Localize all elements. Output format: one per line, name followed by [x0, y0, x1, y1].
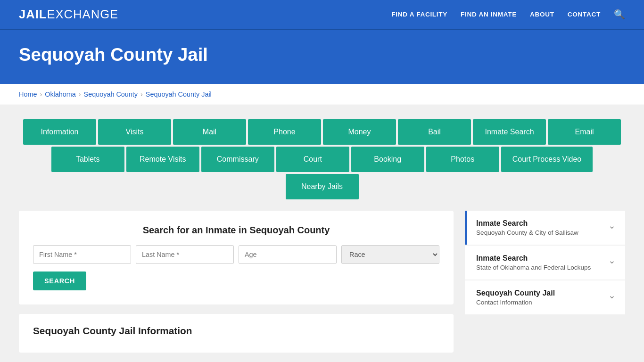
- breadcrumb-sep-1: ›: [40, 90, 42, 98]
- info-section-title: Sequoyah County Jail Information: [33, 325, 439, 337]
- btn-inmate-search[interactable]: Inmate Search: [473, 119, 546, 145]
- sidebar-item-3-title: Sequoyah County Jail: [476, 289, 603, 297]
- sidebar-item-3-subtitle: Contact Information: [476, 299, 603, 306]
- btn-photos[interactable]: Photos: [426, 147, 499, 172]
- header-search-button[interactable]: 🔍: [614, 9, 625, 20]
- nav-about[interactable]: ABOUT: [530, 11, 554, 18]
- logo-jail: JAIL: [19, 8, 47, 21]
- main-content: Information Visits Mail Phone Money Bail…: [0, 105, 644, 362]
- sidebar-item-2-subtitle: State of Oklahoma and Federal Lockups: [476, 264, 603, 271]
- search-button[interactable]: SEARCH: [33, 272, 86, 290]
- btn-court[interactable]: Court: [276, 147, 349, 172]
- btn-email[interactable]: Email: [548, 119, 621, 145]
- first-name-input[interactable]: [33, 245, 131, 264]
- breadcrumb-bar: Home › Oklahoma › Sequoyah County › Sequ…: [0, 84, 644, 105]
- age-input[interactable]: [239, 245, 337, 264]
- breadcrumb-sep-2: ›: [79, 90, 81, 98]
- sidebar-item-1-subtitle: Sequoyah County & City of Sallisaw: [476, 229, 603, 236]
- sidebar-item-1[interactable]: Inmate Search Sequoyah County & City of …: [465, 211, 625, 245]
- btn-phone[interactable]: Phone: [248, 119, 321, 145]
- btn-money[interactable]: Money: [323, 119, 396, 145]
- btn-tablets[interactable]: Tablets: [51, 147, 124, 172]
- nav-find-facility[interactable]: FIND A FACILITY: [391, 11, 447, 18]
- btn-nearby-jails[interactable]: Nearby Jails: [286, 174, 359, 199]
- btn-mail[interactable]: Mail: [173, 119, 246, 145]
- info-section: Sequoyah County Jail Information: [19, 314, 454, 353]
- sidebar-item-3-content: Sequoyah County Jail Contact Information: [476, 289, 603, 306]
- btn-court-process-video[interactable]: Court Process Video: [501, 147, 593, 172]
- search-card-title: Search for an Inmate in Sequoyah County: [33, 225, 439, 236]
- btn-information[interactable]: Information: [23, 119, 96, 145]
- race-select[interactable]: Race White Black Hispanic Asian Native A…: [341, 245, 439, 264]
- breadcrumb-current: Sequoyah County Jail: [146, 90, 212, 98]
- btn-booking[interactable]: Booking: [351, 147, 424, 172]
- site-logo: JAILEXCHANGE: [19, 8, 118, 21]
- btn-visits[interactable]: Visits: [98, 119, 171, 145]
- breadcrumb-county[interactable]: Sequoyah County: [84, 90, 138, 98]
- breadcrumb-sep-3: ›: [140, 90, 143, 98]
- chevron-down-icon-1: ⌄: [608, 220, 616, 231]
- last-name-input[interactable]: [136, 245, 234, 264]
- sidebar: Inmate Search Sequoyah County & City of …: [465, 211, 625, 314]
- nav-find-inmate[interactable]: FIND AN INMATE: [461, 11, 517, 18]
- chevron-down-icon-2: ⌄: [608, 255, 616, 266]
- btn-commissary[interactable]: Commissary: [201, 147, 274, 172]
- search-fields: Race White Black Hispanic Asian Native A…: [33, 245, 439, 264]
- left-column: Search for an Inmate in Sequoyah County …: [19, 211, 454, 353]
- sidebar-item-2-content: Inmate Search State of Oklahoma and Fede…: [476, 254, 603, 271]
- logo-exchange: EXCHANGE: [47, 8, 118, 21]
- nav-contact[interactable]: CONTACT: [568, 11, 601, 18]
- chevron-down-icon-3: ⌄: [608, 290, 616, 301]
- sidebar-item-2-title: Inmate Search: [476, 254, 603, 263]
- nav-buttons-grid: Information Visits Mail Phone Money Bail…: [19, 119, 625, 199]
- hero-section: Sequoyah County Jail: [0, 30, 644, 84]
- btn-remote-visits[interactable]: Remote Visits: [126, 147, 199, 172]
- sidebar-item-1-title: Inmate Search: [476, 219, 603, 228]
- main-nav: FIND A FACILITY FIND AN INMATE ABOUT CON…: [391, 9, 625, 20]
- btn-bail[interactable]: Bail: [398, 119, 471, 145]
- two-col-layout: Search for an Inmate in Sequoyah County …: [19, 211, 625, 353]
- sidebar-item-3[interactable]: Sequoyah County Jail Contact Information…: [465, 280, 625, 314]
- breadcrumb: Home › Oklahoma › Sequoyah County › Sequ…: [19, 90, 625, 98]
- sidebar-item-1-content: Inmate Search Sequoyah County & City of …: [476, 219, 603, 236]
- site-header: JAILEXCHANGE FIND A FACILITY FIND AN INM…: [0, 0, 644, 30]
- sidebar-item-2[interactable]: Inmate Search State of Oklahoma and Fede…: [465, 246, 625, 280]
- inmate-search-card: Search for an Inmate in Sequoyah County …: [19, 211, 454, 304]
- breadcrumb-oklahoma[interactable]: Oklahoma: [45, 90, 76, 98]
- page-title: Sequoyah County Jail: [19, 44, 625, 65]
- breadcrumb-home[interactable]: Home: [19, 90, 37, 98]
